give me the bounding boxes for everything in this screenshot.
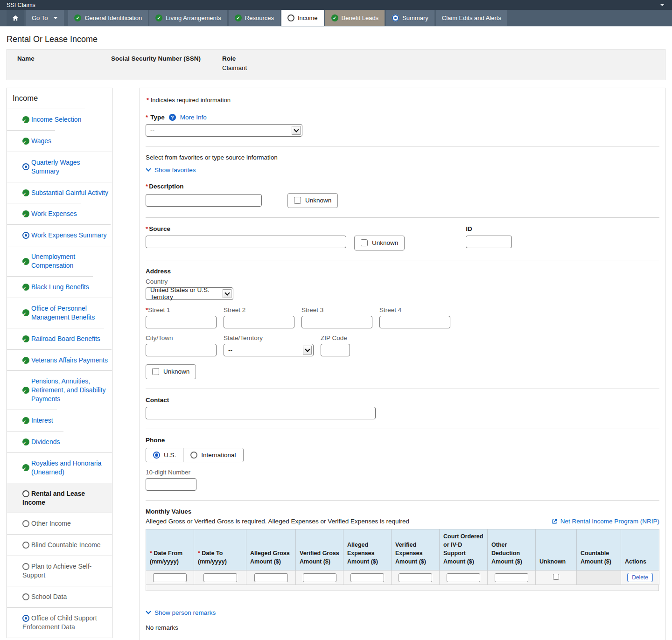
address-heading: Address (146, 268, 659, 275)
phone-type-toggle: U.S. International (146, 448, 244, 462)
show-person-remarks-link[interactable]: Show person remarks (146, 609, 216, 616)
phone-us-label: U.S. (164, 452, 176, 459)
sidebar-item-quarterly-wages-summary[interactable]: Quarterly Wages Summary (7, 152, 112, 182)
in-progress-icon (22, 163, 29, 170)
sidebar-item-other-income[interactable]: Other Income (7, 513, 112, 534)
tab-general-identification[interactable]: General Identification (68, 10, 148, 26)
source-input[interactable] (146, 236, 346, 248)
sidebar-item-label: Pensions, Annuities, Retirement, and Dis… (31, 377, 108, 403)
tab-label: Benefit Leads (342, 14, 379, 21)
sidebar-item-blind-countable-income[interactable]: Blind Countable Income (7, 534, 112, 556)
phone-number-input[interactable] (146, 478, 196, 491)
tab-income[interactable]: Income (281, 10, 324, 26)
in-progress-icon (22, 232, 29, 239)
tab-resources[interactable]: Resources (229, 10, 280, 26)
street4-input[interactable] (379, 316, 450, 328)
tab-claim-edits-and-alerts[interactable]: Claim Edits and Alerts (436, 10, 507, 26)
description-input[interactable] (146, 194, 262, 207)
sidebar-item-railroad-board-benefits[interactable]: Railroad Board Benefits (7, 328, 104, 349)
street1-input[interactable] (146, 316, 217, 328)
home-icon (12, 14, 19, 21)
sidebar-item-office-of-personnel-management-benefits[interactable]: Office of Personnel Management Benefits (7, 298, 112, 328)
sidebar-item-work-expenses-summary[interactable]: Work Expenses Summary (7, 224, 111, 246)
tab-living-arrangements[interactable]: Living Arrangements (149, 10, 227, 26)
sidebar-item-royalties-and-honoraria[interactable]: Royalties and Honoraria (Unearned) (7, 452, 112, 483)
contact-input[interactable] (146, 407, 376, 419)
sidebar-item-office-of-child-support-enforcement-data[interactable]: Office of Child Support Enforcement Data (7, 607, 112, 638)
sidebar-item-school-data[interactable]: School Data (7, 586, 112, 607)
other-deduction-input[interactable] (495, 573, 528, 582)
not-started-icon (287, 14, 294, 21)
sidebar-item-label: Substantial Gainful Activity (31, 188, 108, 197)
checkbox[interactable] (294, 197, 301, 204)
checkbox[interactable] (361, 239, 368, 246)
countable-amount-cell (577, 570, 621, 585)
go-to-menu[interactable]: Go To (26, 10, 64, 26)
source-unknown-checkbox[interactable]: Unknown (354, 236, 405, 250)
sidebar-item-label: Work Expenses (31, 209, 77, 218)
row-delete-button[interactable]: Delete (627, 573, 653, 582)
person-remarks-empty: No remarks (146, 624, 659, 631)
sidebar-item-veterans-affairs-payments[interactable]: Veterans Affairs Payments (7, 349, 112, 371)
sidebar-item-label: Black Lung Benefits (31, 283, 89, 292)
complete-check-icon (22, 258, 29, 265)
nrip-link[interactable]: Net Rental Income Program (NRIP) (552, 518, 659, 525)
street3-input[interactable] (301, 316, 372, 328)
sidebar-item-label: Office of Child Support Enforcement Data (22, 614, 97, 631)
zip-input[interactable] (321, 344, 350, 356)
sidebar-item-dividends[interactable]: Dividends (7, 431, 63, 452)
sidebar-item-pensions-annuities-retirement-disability[interactable]: Pensions, Annuities, Retirement, and Dis… (7, 370, 112, 410)
row-unknown-checkbox[interactable] (553, 574, 559, 580)
source-label: Source (149, 225, 170, 232)
id-input[interactable] (466, 236, 512, 248)
sidebar-item-label: Royalties and Honoraria (Unearned) (31, 459, 108, 477)
titlebar-caret-down-icon[interactable] (660, 4, 665, 6)
sidebar-item-substantial-gainful-activity[interactable]: Substantial Gainful Activity (7, 182, 112, 203)
sidebar-item-interest[interactable]: Interest (7, 410, 57, 431)
sidebar-item-rental-and-lease-income[interactable]: Rental and Lease Income (7, 483, 112, 513)
home-button[interactable] (7, 10, 24, 26)
street3-label: Street 3 (301, 306, 372, 313)
street2-input[interactable] (224, 316, 294, 328)
date-to-input[interactable] (203, 573, 237, 582)
tab-label: Claim Edits and Alerts (442, 14, 501, 21)
checkbox[interactable] (152, 368, 159, 375)
required-note: * Indicates required information (147, 97, 659, 104)
complete-check-icon (22, 189, 29, 196)
verified-expenses-input[interactable] (399, 573, 432, 582)
sidebar-item-label: Veterans Affairs Payments (31, 356, 108, 365)
verified-gross-input[interactable] (303, 573, 336, 582)
more-info-link[interactable]: More Info (180, 114, 207, 121)
type-select[interactable]: -- (146, 124, 302, 137)
city-input[interactable] (146, 344, 217, 356)
description-unknown-checkbox[interactable]: Unknown (287, 193, 338, 208)
state-select[interactable]: -- (224, 344, 314, 356)
alleged-gross-input[interactable] (254, 573, 288, 582)
table-footer-strip (146, 585, 659, 591)
sidebar-item-plan-to-achieve-self-support[interactable]: Plan to Achieve Self-Support (7, 556, 112, 586)
chevron-down-icon (146, 609, 151, 614)
col-unknown: Unknown (536, 529, 577, 570)
tab-summary[interactable]: Summary (386, 10, 434, 26)
alleged-expenses-input[interactable] (350, 573, 384, 582)
country-select[interactable]: United States or U.S. Territory (146, 287, 233, 300)
sidebar-item-label: Work Expenses Summary (31, 231, 107, 240)
date-from-input[interactable] (153, 573, 187, 582)
tab-benefit-leads[interactable]: Benefit Leads (325, 10, 385, 26)
sidebar-item-black-lung-benefits[interactable]: Black Lung Benefits (7, 276, 93, 298)
address-unknown-checkbox[interactable]: Unknown (146, 364, 196, 379)
sidebar-item-work-expenses[interactable]: Work Expenses (7, 203, 81, 224)
sidebar-item-income-selection[interactable]: Income Selection (7, 109, 85, 130)
phone-us-option[interactable]: U.S. (146, 448, 183, 462)
state-label: State/Territory (224, 334, 314, 341)
show-favorites-link[interactable]: Show favorites (146, 167, 196, 174)
court-ordered-input[interactable] (447, 573, 480, 582)
sidebar-item-unemployment-compensation[interactable]: Unemployment Compensation (7, 246, 112, 276)
street1-label: Street 1 (148, 306, 170, 313)
divider (146, 217, 659, 218)
type-select-value: -- (150, 127, 154, 134)
sidebar-item-wages[interactable]: Wages (7, 130, 55, 152)
phone-international-option[interactable]: International (183, 448, 243, 462)
sidebar-item-label: School Data (31, 593, 67, 600)
not-started-icon (22, 490, 29, 497)
